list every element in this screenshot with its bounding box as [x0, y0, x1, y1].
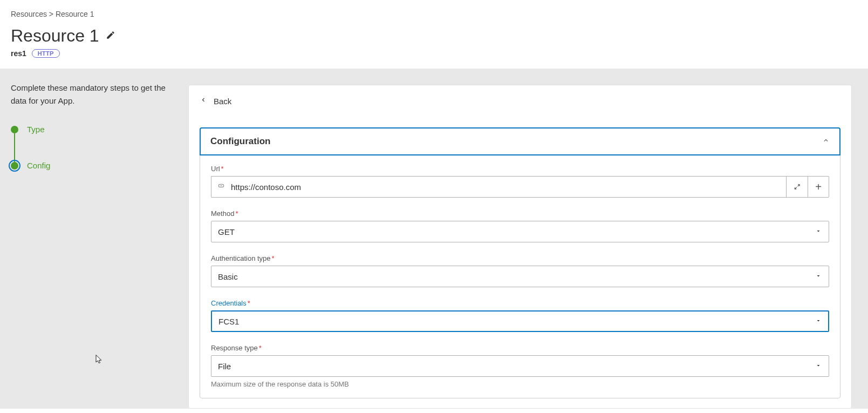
back-button[interactable]: Back: [189, 94, 242, 117]
step-connector: [14, 133, 15, 163]
field-auth: Authentication type* Basic: [211, 254, 829, 287]
panel-body: Url* +: [200, 155, 840, 398]
step-type[interactable]: Type: [11, 124, 177, 135]
body-area: Complete these mandatory steps to get th…: [0, 69, 868, 409]
sidebar: Complete these mandatory steps to get th…: [0, 69, 188, 409]
breadcrumb-current: Resource 1: [56, 10, 94, 18]
credentials-select[interactable]: FCS1: [211, 310, 829, 332]
add-button[interactable]: +: [808, 176, 829, 198]
stepper: Type Config: [11, 124, 177, 171]
field-credentials: Credentials* FCS1: [211, 299, 829, 332]
url-input[interactable]: [231, 177, 786, 197]
link-icon: [211, 181, 231, 192]
required-mark: *: [248, 299, 250, 307]
select-value: Basic: [211, 266, 829, 287]
sidebar-intro: Complete these mandatory steps to get th…: [11, 82, 177, 107]
response-select[interactable]: File: [211, 355, 829, 377]
step-label: Config: [27, 161, 50, 170]
content-card: Back Configuration Url*: [188, 85, 852, 409]
url-input-wrap: [211, 176, 786, 198]
field-label-text: Credentials: [211, 299, 247, 307]
field-label-method: Method*: [211, 209, 829, 218]
page-header: Resources > Resource 1 Resource 1 res1 H…: [0, 0, 868, 69]
select-value: FCS1: [211, 310, 829, 332]
auth-select[interactable]: Basic: [211, 266, 829, 287]
field-label-text: Response type: [211, 344, 258, 352]
expand-button[interactable]: [786, 176, 808, 198]
chevron-up-icon: [822, 137, 830, 146]
field-label-text: Url: [211, 165, 220, 173]
method-select[interactable]: GET: [211, 221, 829, 242]
select-value: File: [211, 355, 829, 377]
breadcrumb-sep: >: [49, 10, 53, 18]
field-label-text: Method: [211, 209, 234, 218]
edit-icon[interactable]: [106, 30, 115, 42]
response-helper-text: Maximum size of the response data is 50M…: [211, 380, 829, 388]
configuration-panel-header[interactable]: Configuration: [200, 127, 840, 155]
field-label-credentials: Credentials*: [211, 299, 829, 307]
step-config[interactable]: Config: [11, 160, 177, 171]
step-dot-icon: [11, 126, 18, 133]
breadcrumb: Resources > Resource 1: [11, 10, 857, 18]
step-dot-icon: [11, 162, 18, 170]
chevron-left-icon: [200, 96, 207, 106]
main-content: Back Configuration Url*: [188, 69, 868, 409]
select-value: GET: [211, 221, 829, 242]
required-mark: *: [272, 254, 275, 262]
configuration-panel: Configuration Url*: [200, 127, 840, 398]
field-label-url: Url*: [211, 165, 829, 173]
resource-short-name: res1: [11, 49, 26, 58]
page-title: Resource 1: [11, 26, 99, 46]
resource-type-badge: HTTP: [32, 49, 60, 58]
required-mark: *: [259, 344, 262, 352]
field-label-text: Authentication type: [211, 254, 271, 262]
field-label-response: Response type*: [211, 344, 829, 352]
field-response: Response type* File Maximum size of the …: [211, 344, 829, 388]
required-mark: *: [221, 165, 224, 173]
required-mark: *: [235, 209, 238, 218]
step-label: Type: [27, 125, 45, 134]
field-label-auth: Authentication type*: [211, 254, 829, 262]
panel-title: Configuration: [210, 136, 270, 147]
field-method: Method* GET: [211, 209, 829, 242]
field-url: Url* +: [211, 165, 829, 198]
breadcrumb-root[interactable]: Resources: [11, 10, 47, 18]
back-label: Back: [214, 97, 231, 106]
